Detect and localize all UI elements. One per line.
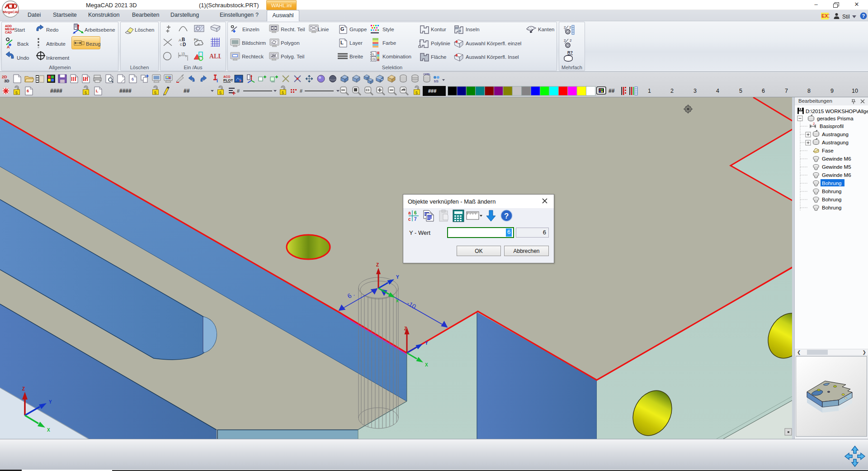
svg-text:2: 2	[670, 88, 674, 94]
svg-text:6: 6	[132, 77, 134, 81]
svg-text:Y: Y	[49, 400, 52, 404]
svg-text:Z: Z	[22, 386, 25, 391]
svg-text:OPBL: OPBL	[423, 73, 431, 76]
svg-text:X: X	[425, 362, 428, 367]
svg-text:1: 1	[648, 88, 651, 94]
svg-text:CAD: CAD	[5, 31, 12, 34]
svg-text:7: 7	[414, 217, 417, 222]
svg-text:2: 2	[570, 38, 572, 43]
svg-text:Po: Po	[194, 38, 198, 42]
svg-text:G: G	[340, 26, 344, 32]
svg-text:PRT: PRT	[60, 75, 66, 78]
svg-text:B: B	[182, 38, 185, 42]
svg-text:Bohrung: Bohrung	[822, 189, 841, 194]
svg-text:ACO: ACO	[223, 75, 231, 78]
svg-text:?: ?	[504, 212, 509, 220]
svg-text:Bohrung: Bohrung	[822, 181, 841, 186]
svg-text:10: 10	[852, 88, 858, 94]
svg-text:##: ##	[609, 88, 615, 94]
svg-text:MEGA: MEGA	[5, 28, 14, 31]
svg-text:3: 3	[693, 88, 697, 94]
svg-text:#: #	[237, 88, 240, 94]
svg-text:PLOT: PLOT	[223, 78, 233, 82]
svg-text:x: x	[396, 298, 399, 303]
svg-text:Basisprofil: Basisprofil	[820, 124, 844, 129]
svg-text:c: c	[408, 217, 411, 222]
svg-text:L: L	[96, 89, 99, 93]
svg-text:6: 6	[414, 210, 417, 215]
svg-text:Z: Z	[376, 262, 379, 267]
svg-text:6: 6	[762, 88, 765, 94]
svg-text:Gewinde M6: Gewinde M6	[822, 156, 851, 162]
svg-text:5: 5	[739, 88, 742, 94]
svg-text:ADD: ADD	[5, 24, 12, 28]
svg-text:####: ####	[50, 88, 62, 94]
svg-text:Bohrung: Bohrung	[822, 205, 841, 210]
svg-text:gerades Prisma: gerades Prisma	[817, 116, 854, 121]
svg-text:G: G	[373, 57, 375, 61]
svg-text:8: 8	[807, 88, 811, 94]
svg-text:##: ##	[184, 88, 190, 94]
svg-text:?: ?	[862, 13, 865, 19]
svg-text:ALL: ALL	[209, 53, 221, 59]
svg-text:9: 9	[830, 88, 834, 94]
svg-text:c: c	[180, 42, 182, 47]
svg-text:Gewinde M5: Gewinde M5	[822, 164, 851, 170]
svg-text:L: L	[373, 52, 375, 56]
svg-text:7: 7	[785, 88, 788, 94]
svg-text:Bohrung: Bohrung	[822, 197, 841, 202]
svg-text:i: i	[217, 78, 218, 83]
svg-text:X: X	[47, 428, 50, 433]
svg-text:2: 2	[813, 122, 815, 126]
svg-text:L: L	[340, 40, 344, 45]
svg-text:Z: Z	[404, 326, 407, 331]
svg-text:R?: R?	[567, 50, 573, 55]
svg-text:2: 2	[569, 25, 571, 29]
svg-text:####: ####	[119, 88, 132, 94]
svg-text:D:\2015 WORKSHOP\Allge: D:\2015 WORKSHOP\Allge	[806, 109, 868, 114]
svg-text:bS: bS	[434, 79, 439, 83]
svg-text:###: ###	[428, 88, 436, 94]
svg-text:15: 15	[181, 52, 185, 55]
svg-text:Austragung: Austragung	[822, 140, 849, 145]
svg-text:3D: 3D	[4, 79, 9, 83]
svg-text:Y: Y	[396, 275, 399, 280]
svg-text:D: D	[183, 42, 186, 47]
svg-text:Gewinde M6: Gewinde M6	[822, 172, 851, 178]
svg-text:MegaCAD: MegaCAD	[3, 10, 19, 14]
svg-text:#: #	[300, 88, 303, 94]
svg-text:a: a	[408, 210, 411, 215]
svg-text:Fase: Fase	[822, 148, 834, 153]
svg-text:4: 4	[716, 88, 719, 94]
svg-text:6: 6	[27, 89, 29, 93]
svg-text:Austragung: Austragung	[822, 132, 849, 137]
svg-text:A: A	[7, 45, 10, 48]
svg-text:Y: Y	[425, 341, 428, 346]
